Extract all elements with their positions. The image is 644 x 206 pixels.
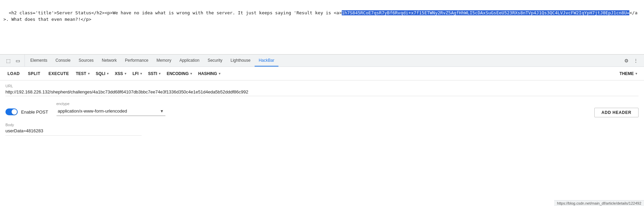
enctype-label: enctype xyxy=(57,102,586,106)
enctype-section: enctype application/x-www-form-urlencode… xyxy=(57,102,586,116)
lfi-dropdown[interactable]: LFI ▼ xyxy=(130,70,145,77)
execute-button[interactable]: EXECUTE xyxy=(45,70,73,77)
enctype-dropdown[interactable]: application/x-www-form-urlencoded ▼ xyxy=(57,107,165,116)
devtools-bar: ⬚ ▭ Elements Console Sources Network Per… xyxy=(0,55,644,67)
enable-post-label: Enable POST xyxy=(21,109,48,115)
tab-network[interactable]: Network xyxy=(98,55,121,67)
theme-dropdown[interactable]: THEME ▼ xyxy=(617,70,640,77)
page-text-highlight: 1h7S845RCoE7qsR7yBf6Rvqdi+x7f15ETWNy2RvZ… xyxy=(342,10,629,15)
theme-dropdown-arrow: ▼ xyxy=(635,72,638,75)
hashing-dropdown[interactable]: HASHING ▼ xyxy=(196,70,223,77)
ssti-dropdown[interactable]: SSTI ▼ xyxy=(146,70,163,77)
settings-icon[interactable]: ⚙ xyxy=(622,57,630,65)
xss-dropdown[interactable]: XSS ▼ xyxy=(113,70,129,77)
device-icon[interactable]: ▭ xyxy=(14,57,22,65)
cursor-icon[interactable]: ⬚ xyxy=(4,57,12,65)
url-section: URL http://192.168.226.132/shepherd/chal… xyxy=(5,84,639,96)
body-label: Body xyxy=(5,123,639,127)
sqli-dropdown[interactable]: SQLI ▼ xyxy=(94,70,111,77)
page-content: <h2 class='title'>Server Status</h2><p>W… xyxy=(0,0,644,55)
enable-post-toggle[interactable] xyxy=(5,108,18,115)
hackbar-toolbar: LOAD SPLIT EXECUTE TEST ▼ SQLI ▼ XSS ▼ L… xyxy=(0,67,644,80)
tab-application[interactable]: Application xyxy=(175,55,204,67)
add-header-button[interactable]: ADD HEADER xyxy=(594,108,639,117)
load-button[interactable]: LOAD xyxy=(4,70,23,77)
sqli-dropdown-arrow: ▼ xyxy=(106,72,109,75)
tab-console[interactable]: Console xyxy=(51,55,75,67)
test-dropdown-arrow: ▼ xyxy=(87,72,90,75)
more-options-icon[interactable]: ⋮ xyxy=(632,57,640,65)
test-dropdown[interactable]: TEST ▼ xyxy=(74,70,93,77)
tab-sources[interactable]: Sources xyxy=(75,55,98,67)
xss-dropdown-arrow: ▼ xyxy=(124,72,127,75)
body-section: Body userData=4816283 xyxy=(5,123,639,136)
lfi-dropdown-arrow: ▼ xyxy=(140,72,143,75)
body-value[interactable]: userData=4816283 xyxy=(5,128,142,136)
enable-post-wrapper: Enable POST xyxy=(5,108,48,115)
enctype-arrow-icon: ▼ xyxy=(160,109,164,114)
post-section: Enable POST enctype application/x-www-fo… xyxy=(5,102,639,117)
ssti-dropdown-arrow: ▼ xyxy=(158,72,161,75)
encoding-dropdown-arrow: ▼ xyxy=(190,72,193,75)
split-button[interactable]: SPLIT xyxy=(25,70,44,77)
tab-security[interactable]: Security xyxy=(204,55,226,67)
tab-memory[interactable]: Memory xyxy=(152,55,175,67)
url-label: URL xyxy=(5,84,639,88)
tab-performance[interactable]: Performance xyxy=(121,55,152,67)
tab-lighthouse[interactable]: Lighthouse xyxy=(226,55,255,67)
tab-elements[interactable]: Elements xyxy=(26,55,51,67)
hackbar-content: URL http://192.168.226.132/shepherd/chal… xyxy=(0,80,644,139)
enctype-value: application/x-www-form-urlencoded xyxy=(58,108,127,114)
encoding-dropdown[interactable]: ENCODING ▼ xyxy=(165,70,195,77)
tab-hackbar[interactable]: HackBar xyxy=(255,55,278,67)
hashing-dropdown-arrow: ▼ xyxy=(218,72,221,75)
devtools-icon-group: ⬚ ▭ xyxy=(1,55,25,67)
page-text-before: <h2 class='title'>Server Status</h2><p>W… xyxy=(9,10,342,15)
devtools-right-icons: ⚙ ⋮ xyxy=(619,57,643,65)
url-value[interactable]: http://192.168.226.132/shepherd/challeng… xyxy=(5,89,639,96)
devtools-tabs: Elements Console Sources Network Perform… xyxy=(25,55,619,67)
